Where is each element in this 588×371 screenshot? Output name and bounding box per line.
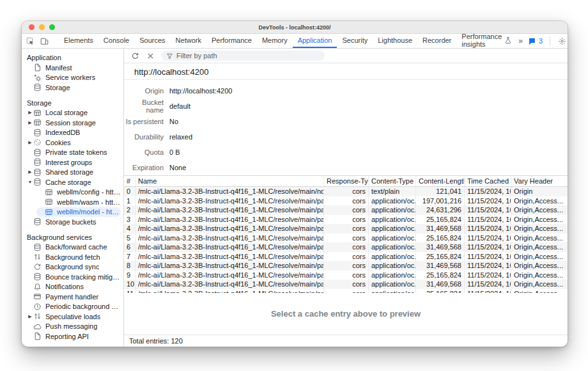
sidebar-item[interactable]: ▶ Cookies xyxy=(25,138,121,148)
database-icon xyxy=(33,243,42,251)
database-icon xyxy=(33,129,42,137)
sidebar-item[interactable]: webllm/model - http://loc... xyxy=(36,207,121,217)
cell-time-cached: 11/15/2024, 10... xyxy=(465,280,511,289)
cell-vary-header: Origin,Access... xyxy=(511,261,568,271)
sidebar-item[interactable]: ▶ Session storage xyxy=(25,118,121,128)
table-row[interactable]: 6 /mlc-ai/Llama-3.2-3B-Instruct-q4f16_1-… xyxy=(124,242,568,252)
metadata-label: Expiration xyxy=(124,164,164,171)
cell-content-length: 31,469,568 xyxy=(416,224,465,233)
table-row[interactable]: 10 /mlc-ai/Llama-3.2-3B-Instruct-q4f16_1… xyxy=(124,280,568,289)
table-row[interactable]: 0 /mlc-ai/Llama-3.2-3B-Instruct-q4f16_1-… xyxy=(124,187,568,196)
table-row[interactable]: 7 /mlc-ai/Llama-3.2-3B-Instruct-q4f16_1-… xyxy=(124,252,568,262)
column-header[interactable]: Response-Type xyxy=(324,176,369,186)
sidebar-item[interactable]: Periodic background sync xyxy=(25,302,121,312)
column-header[interactable]: Time Cached xyxy=(465,176,511,186)
metadata-value: No xyxy=(169,118,178,125)
cell-name: /mlc-ai/Llama-3.2-3B-Instruct-q4f16_1-ML… xyxy=(135,205,324,215)
column-header[interactable]: Vary Header xyxy=(511,176,568,186)
cell-index: 3 xyxy=(124,215,135,225)
sidebar-item[interactable]: Notifications xyxy=(25,282,121,292)
table-row[interactable]: 4 /mlc-ai/Llama-3.2-3B-Instruct-q4f16_1-… xyxy=(124,224,568,233)
column-header[interactable]: Name xyxy=(135,176,324,186)
sidebar-item[interactable]: ▶ Local storage xyxy=(25,108,121,118)
sidebar-section-title: Background services xyxy=(22,232,123,242)
filter-input[interactable] xyxy=(176,52,320,59)
devtools-tab[interactable]: Sources xyxy=(134,34,170,48)
table-row[interactable]: 8 /mlc-ai/Llama-3.2-3B-Instruct-q4f16_1-… xyxy=(124,261,568,271)
filter-box[interactable] xyxy=(161,51,325,61)
inspect-icon[interactable] xyxy=(26,36,35,45)
cell-time-cached: 11/15/2024, 10... xyxy=(465,252,511,262)
sidebar-item[interactable]: Storage buckets xyxy=(25,217,121,227)
devtools-tab[interactable]: Security xyxy=(337,34,373,48)
devtools-tab[interactable]: Application xyxy=(293,34,337,48)
sidebar-item[interactable]: Private state tokens xyxy=(25,148,121,158)
more-tabs-chevron[interactable]: » xyxy=(517,36,524,45)
cell-time-cached: 11/15/2024, 10... xyxy=(465,187,511,196)
devtools-tab[interactable]: Console xyxy=(98,34,134,48)
expander-arrow-icon[interactable]: ▼ xyxy=(27,180,33,184)
devtools-tab[interactable]: Lighthouse xyxy=(373,34,417,48)
cell-time-cached: 11/15/2024, 10... xyxy=(465,233,511,243)
devtools-tab[interactable]: Network xyxy=(171,34,206,48)
sidebar-section: Application Manifest xyxy=(22,52,123,93)
sidebar-item[interactable]: webllm/wasm - http://loca... xyxy=(36,197,121,207)
table-row[interactable]: 3 /mlc-ai/Llama-3.2-3B-Instruct-q4f16_1-… xyxy=(124,215,568,225)
database-icon xyxy=(33,158,42,166)
expander-arrow-icon[interactable]: ▶ xyxy=(27,120,33,125)
devtools-tab[interactable]: Performance xyxy=(206,34,257,48)
cell-name: /mlc-ai/Llama-3.2-3B-Instruct-q4f16_1-ML… xyxy=(135,233,324,243)
column-header[interactable]: Content-Length xyxy=(416,176,465,186)
metadata-row: Bucket name default xyxy=(124,99,568,114)
sidebar-item[interactable]: Reporting API xyxy=(25,331,121,342)
sidebar-item[interactable]: webllm/config - http://loc... xyxy=(36,187,121,198)
device-toolbar-icon[interactable] xyxy=(40,36,49,45)
sidebar-item[interactable]: ▶ Shared storage xyxy=(25,168,121,178)
cell-index: 4 xyxy=(124,224,135,233)
table-icon xyxy=(45,188,53,196)
sidebar-item-label: Local storage xyxy=(45,109,88,116)
sidebar-item[interactable]: Background fetch xyxy=(25,252,121,262)
sidebar-item-label: Bounce tracking mitigations xyxy=(45,273,121,281)
cell-response-type: cors xyxy=(324,242,369,252)
devtools-tab[interactable]: Elements xyxy=(59,34,98,48)
settings-gear-icon[interactable] xyxy=(557,36,566,45)
cell-name: /mlc-ai/Llama-3.2-3B-Instruct-q4f16_1-ML… xyxy=(135,271,324,280)
metadata-row: Origin http://localhost:4200 xyxy=(124,83,568,99)
devtools-tab[interactable]: Memory xyxy=(257,34,293,48)
sidebar-item[interactable]: Service workers xyxy=(25,73,121,83)
table-row[interactable]: 9 /mlc-ai/Llama-3.2-3B-Instruct-q4f16_1-… xyxy=(124,271,568,280)
sidebar-item[interactable]: ▶ Speculative loads xyxy=(25,312,121,322)
flask-icon xyxy=(504,36,512,44)
expander-arrow-icon[interactable]: ▶ xyxy=(27,110,33,115)
sidebar-item[interactable]: Bounce tracking mitigations xyxy=(25,272,121,282)
window-titlebar[interactable]: DevTools - localhost:4200/ xyxy=(22,21,568,34)
console-messages-button[interactable]: 3 xyxy=(528,36,543,45)
tab-label: Performance xyxy=(212,36,252,44)
table-row[interactable]: 1 /mlc-ai/Llama-3.2-3B-Instruct-q4f16_1-… xyxy=(124,196,568,206)
metadata-label: Durability xyxy=(124,133,164,141)
expander-arrow-icon[interactable]: ▶ xyxy=(27,140,33,145)
sidebar-item[interactable]: Interest groups xyxy=(25,157,121,168)
table-row[interactable]: 5 /mlc-ai/Llama-3.2-3B-Instruct-q4f16_1-… xyxy=(124,233,568,243)
sidebar-item[interactable]: Push messaging xyxy=(25,322,121,332)
sidebar-item[interactable]: Storage xyxy=(25,83,121,93)
column-header[interactable]: # xyxy=(124,176,135,186)
sidebar-item[interactable]: IndexedDB xyxy=(25,128,121,138)
desktop-background: DevTools - localhost:4200/ Elements Cons… xyxy=(0,0,588,371)
sidebar-item[interactable]: ▼ Cache storage xyxy=(25,177,121,187)
sidebar-item[interactable]: Back/forward cache xyxy=(25,242,121,253)
sidebar-item[interactable]: Background sync xyxy=(25,262,121,272)
cell-content-type: application/oc... xyxy=(369,280,416,289)
refresh-icon[interactable] xyxy=(130,51,139,60)
column-header[interactable]: Content-Type xyxy=(369,176,416,186)
cell-content-type: application/oc... xyxy=(369,252,416,262)
delete-selected-icon[interactable] xyxy=(146,51,155,60)
expander-arrow-icon[interactable]: ▶ xyxy=(27,314,33,319)
devtools-tab[interactable]: Performance insights xyxy=(456,34,517,48)
sidebar-item[interactable]: Manifest xyxy=(25,63,121,73)
table-row[interactable]: 2 /mlc-ai/Llama-3.2-3B-Instruct-q4f16_1-… xyxy=(124,205,568,215)
sidebar-item[interactable]: Payment handler xyxy=(25,292,121,302)
devtools-tab[interactable]: Recorder xyxy=(417,34,456,48)
expander-arrow-icon[interactable]: ▶ xyxy=(27,170,33,175)
